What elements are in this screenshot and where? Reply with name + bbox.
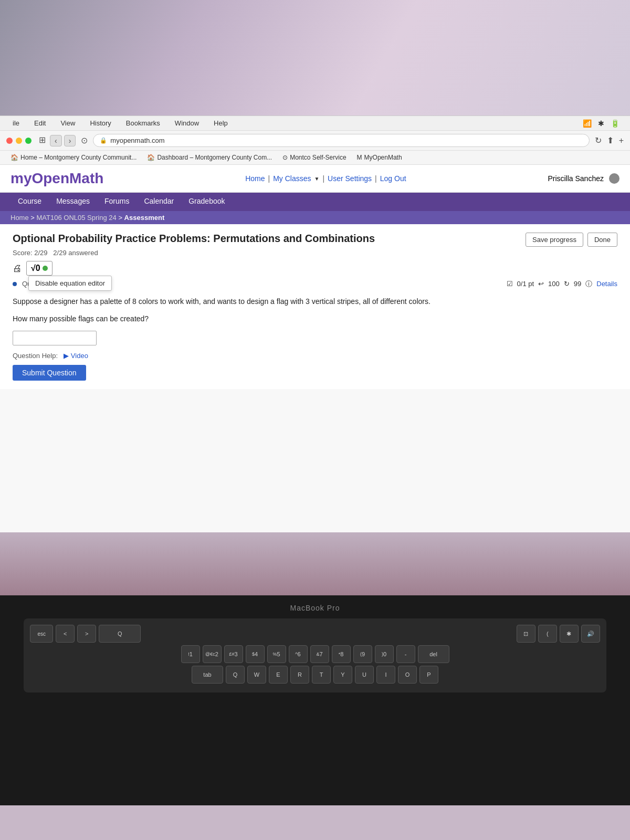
breadcrumb-home[interactable]: Home <box>10 214 29 222</box>
key-o[interactable]: O <box>398 666 417 684</box>
key-f10[interactable]: ⊡ <box>517 625 536 643</box>
key-row-numbers: !1 @€c2 £#3 $4 %5 ^6 &7 *8 (9 )0 - del <box>30 645 600 663</box>
bookmark-montco-self-service[interactable]: ⊙ Montco Self-Service <box>278 153 350 162</box>
macbook-label: MacBook Pro <box>290 604 340 612</box>
bookmark-dashboard[interactable]: 🏠 Dashboard – Montgomery County Com... <box>143 153 276 162</box>
save-progress-button[interactable]: Save progress <box>526 233 583 247</box>
question-status: ☑ 0/1 pt ↩ 100 ↻ 99 ⓘ Details <box>507 279 617 289</box>
key-tab[interactable]: tab <box>192 666 223 684</box>
key-2[interactable]: @€c2 <box>203 645 222 663</box>
details-link[interactable]: Details <box>596 280 617 288</box>
key-search[interactable]: Q <box>99 625 141 643</box>
course-nav-messages[interactable]: Messages <box>49 193 97 211</box>
address-bar[interactable]: 🔒 myopenmath.com <box>93 134 589 147</box>
menu-item-bookmarks[interactable]: Bookmarks <box>124 118 162 128</box>
course-nav-calendar[interactable]: Calendar <box>136 193 181 211</box>
url-text[interactable]: myopenmath.com <box>110 136 164 144</box>
menu-item-help[interactable]: Help <box>212 118 230 128</box>
attempts-value: 99 <box>574 280 581 288</box>
nav-logout[interactable]: Log Out <box>380 174 406 183</box>
nav-dropdown-icon[interactable]: ▼ <box>314 176 320 182</box>
key-w[interactable]: W <box>247 666 266 684</box>
forward-button[interactable]: › <box>64 135 76 146</box>
video-link[interactable]: ▶ Video <box>64 352 88 360</box>
key-0[interactable]: )0 <box>375 645 394 663</box>
math-editor-button[interactable]: √0 <box>26 261 52 276</box>
course-nav-gradebook[interactable]: Gradebook <box>181 193 232 211</box>
bookmark-home-montgomery[interactable]: 🏠 Home – Montgomery County Communit... <box>6 153 141 162</box>
key-u[interactable]: U <box>355 666 374 684</box>
logo-main: OpenMath <box>32 170 103 186</box>
key-8[interactable]: *8 <box>332 645 351 663</box>
close-button[interactable] <box>6 138 13 144</box>
nav-home[interactable]: Home <box>245 174 265 183</box>
share-button[interactable]: ⬆ <box>607 135 614 145</box>
minimize-button[interactable] <box>16 138 22 144</box>
breadcrumb-course[interactable]: MAT106 ONL05 Spring 24 <box>37 214 117 222</box>
key-delete[interactable]: del <box>418 645 449 663</box>
history-value: 100 <box>548 280 560 288</box>
key-lt[interactable]: < <box>56 625 75 643</box>
menu-item-edit[interactable]: Edit <box>32 118 48 128</box>
done-button[interactable]: Done <box>587 233 617 247</box>
nav-separator-2: | <box>322 174 324 183</box>
nav-my-classes[interactable]: My Classes <box>273 174 311 183</box>
key-7[interactable]: &7 <box>310 645 329 663</box>
battery-icon: 🔋 <box>611 119 620 128</box>
key-power[interactable]: 🔊 <box>581 625 600 643</box>
key-q[interactable]: Q <box>226 666 245 684</box>
back-button[interactable]: ‹ <box>50 135 62 146</box>
refresh-icon[interactable]: ↻ <box>595 135 602 145</box>
key-y[interactable]: Y <box>333 666 352 684</box>
menu-item-window[interactable]: Window <box>173 118 201 128</box>
bookmark-label-2: Dashboard – Montgomery County Com... <box>157 154 272 161</box>
add-tab-button[interactable]: + <box>619 136 624 145</box>
question-help: Question Help: ▶ Video <box>13 352 617 360</box>
menu-item-file[interactable]: ile <box>10 118 22 128</box>
lock-icon: 🔒 <box>100 137 107 144</box>
attempts-icon: ↻ <box>564 280 570 288</box>
disable-tooltip[interactable]: Disable equation editor <box>28 276 112 291</box>
maximize-button[interactable] <box>25 138 32 144</box>
key-row-fn: esc < > Q ⊡ ( ✱ 🔊 <box>30 625 600 643</box>
course-nav: Course Messages Forums Calendar Gradeboo… <box>0 193 630 211</box>
key-t[interactable]: T <box>312 666 331 684</box>
key-5[interactable]: %5 <box>267 645 286 663</box>
bookmark-myopenmath[interactable]: M MyOpenMath <box>353 153 406 162</box>
key-e[interactable]: E <box>269 666 288 684</box>
bookmark-label-4: MyOpenMath <box>364 154 402 161</box>
submit-question-button[interactable]: Submit Question <box>13 365 86 381</box>
nav-user-settings[interactable]: User Settings <box>328 174 372 183</box>
key-gt[interactable]: > <box>77 625 96 643</box>
score-value: Score: 2/29 <box>13 249 48 257</box>
bookmark-icon-4: M <box>357 154 362 161</box>
site-nav: Home | My Classes ▼ | User Settings | Lo… <box>245 174 406 183</box>
key-minus[interactable]: - <box>396 645 415 663</box>
breadcrumb-separator-2: > <box>118 214 124 222</box>
key-f11[interactable]: ( <box>538 625 557 643</box>
key-9[interactable]: (9 <box>353 645 372 663</box>
print-icon[interactable]: 🖨 <box>13 263 22 274</box>
course-nav-course[interactable]: Course <box>10 193 49 211</box>
help-label: Question Help: <box>13 352 58 360</box>
key-i[interactable]: I <box>376 666 395 684</box>
key-4[interactable]: $4 <box>246 645 265 663</box>
key-3[interactable]: £#3 <box>224 645 243 663</box>
key-f12[interactable]: ✱ <box>560 625 579 643</box>
menu-item-history[interactable]: History <box>88 118 113 128</box>
key-6[interactable]: ^6 <box>289 645 308 663</box>
active-indicator <box>43 266 48 271</box>
editor-toolbar: 🖨 √0 Disable equation editor <box>13 261 617 276</box>
bookmark-label-3: Montco Self-Service <box>290 154 346 161</box>
menu-item-view[interactable]: View <box>58 118 77 128</box>
bluetooth-icon: ✱ <box>598 119 604 128</box>
bookmark-icon-1: 🏠 <box>10 154 18 161</box>
key-1[interactable]: !1 <box>181 645 200 663</box>
key-esc[interactable]: esc <box>30 625 53 643</box>
key-r[interactable]: R <box>290 666 309 684</box>
nav-separator-1: | <box>268 174 270 183</box>
key-p[interactable]: P <box>419 666 438 684</box>
course-nav-forums[interactable]: Forums <box>97 193 136 211</box>
answer-input[interactable] <box>13 331 97 345</box>
share-icon: ⊙ <box>81 135 88 145</box>
